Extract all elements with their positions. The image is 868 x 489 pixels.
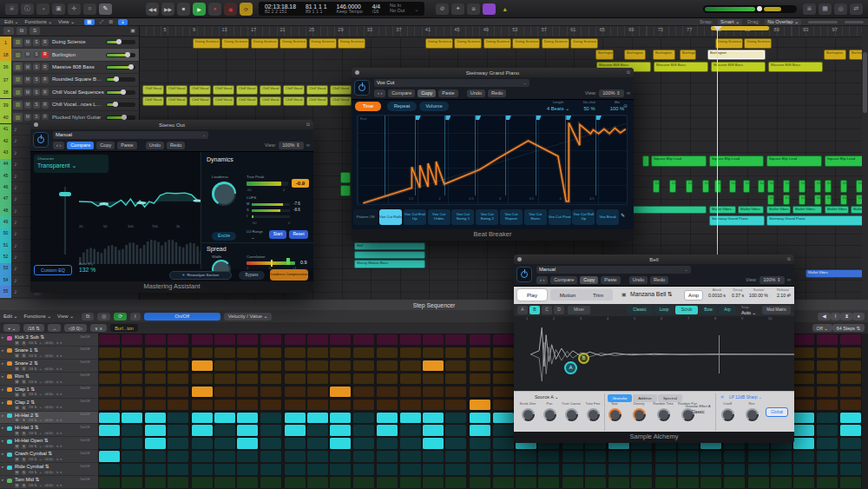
link-icon[interactable]: ⧉ [787,256,791,261]
region-cut[interactable]: Cut [783,195,790,205]
compare-button[interactable]: Compare [550,276,577,284]
region-mallet-vibes[interactable]: Mallet Vibes [738,206,764,214]
region-square-blip-lead[interactable]: Square Blip Lead [766,155,822,167]
env-value-decay[interactable]: 0.37 s [727,294,748,299]
region-cut[interactable]: Cut [799,180,806,193]
step-cell[interactable] [562,451,583,461]
region-chill-vocal[interactable]: Chill Vocal [260,96,281,107]
step-row-header-tom-mid[interactable]: ▸Tom Mid ⇅On/OffMS/16 ⇅+◁0 0▷∨ ∧ [0,476,98,489]
step-cell[interactable] [353,334,374,345]
cycle-button[interactable]: ⟳ [240,3,253,16]
volume-slider[interactable] [106,40,135,44]
mute-button[interactable]: M [24,102,31,109]
play-button[interactable]: ▶ [193,3,206,16]
step-cell[interactable] [423,477,444,487]
view-zoom-select[interactable]: 100% ⇕ [760,276,785,284]
step-cell[interactable] [285,451,306,461]
step-cell[interactable] [99,360,120,371]
step-cell[interactable] [470,373,490,384]
row-rotate[interactable]: ◁0 0▷ [44,471,54,474]
custom-eq-button[interactable]: Custom EQ [34,265,72,275]
reset-button[interactable]: Reset [289,230,308,239]
row-solo-button[interactable]: S [22,445,26,449]
step-cell[interactable] [192,334,213,345]
step-cell[interactable] [99,413,120,423]
toolbar-icon[interactable]: ▣ [52,3,65,15]
volume-slider[interactable] [106,53,135,57]
inspector-icon[interactable]: ⓘ [21,3,34,15]
region-mallet-vibes[interactable]: Mallet Vibes [792,206,822,214]
row-solo-button[interactable]: S [22,380,26,384]
paste-button[interactable]: Paste [117,142,136,149]
step-cell[interactable] [260,425,281,435]
lcd-display[interactable]: 02:13:18.1882 2 2 151 81 1 1 189 1 1 1 1… [259,2,424,16]
step-cell[interactable] [771,464,792,474]
volume-knob[interactable] [122,115,127,120]
step-cell[interactable] [353,451,374,461]
row-octave[interactable]: ∨ ∧ [56,341,62,345]
step-cell[interactable] [840,400,861,410]
disclosure-icon[interactable]: ▸ [2,452,3,456]
effect-value[interactable]: Classic [681,410,715,415]
row-octave[interactable]: ∨ ∧ [56,445,62,448]
pattern-button-1[interactable]: Vox Cut Rolls [379,209,402,225]
region-chill-vocal[interactable]: Chill Vocal [189,96,211,107]
row-name[interactable]: Snare 1 ⇅ [15,347,38,354]
disclosure-icon[interactable]: ▸ [2,465,3,469]
region-messy-motion-bass[interactable]: Messy Motion Bass [354,260,425,268]
step-cell[interactable] [353,347,374,358]
step-cell[interactable] [538,477,559,487]
step-row-header-crash-cymbal[interactable]: ▸Crash Cymbal ⇅On/OffMS/16 ⇅+◁0 0▷∨ ∧ [0,450,98,463]
step-cell[interactable] [470,347,490,358]
step-cell[interactable] [423,334,444,345]
row-mute-button[interactable]: M [15,341,19,346]
disclosure-icon[interactable]: ▸ [2,335,3,340]
mute-button[interactable]: M [24,39,31,46]
step-cell[interactable] [285,360,306,371]
power-button[interactable] [354,80,370,96]
region-burlington[interactable]: Burlington [680,50,696,60]
row-name[interactable]: Hi-Hat 3 ⇅ [15,425,39,431]
region-mallet-vibes[interactable]: Mallet Vibes [709,206,736,214]
mute-button[interactable]: M [24,76,31,83]
region-cut[interactable]: Cut [758,180,765,193]
step-cell[interactable] [585,464,606,474]
pattern-button-8[interactable]: Vox Cut Pivot [549,209,571,225]
undo-button[interactable]: Undo [629,276,648,284]
region-doing-science[interactable]: Doing Science [483,38,511,49]
step-cell[interactable] [330,477,351,487]
step-cell[interactable] [307,464,328,474]
step-cell[interactable] [377,438,398,448]
knob-tune-fine[interactable] [587,408,600,421]
motion-tab-arp[interactable]: Arp [719,306,736,314]
step-cell[interactable] [771,451,792,461]
region-doing-science[interactable]: Doing Science [542,38,569,49]
step-cell[interactable] [99,347,120,358]
step-cell[interactable] [122,347,142,358]
source-tab-b[interactable]: B [529,306,540,314]
marquee-tool-icon[interactable]: ⌗ [83,3,96,15]
row-rotate[interactable]: ◁0 0▷ [44,354,54,358]
step-cell[interactable] [608,464,629,474]
step-cell[interactable] [192,360,213,371]
step-cell[interactable] [330,334,351,345]
row-octave[interactable]: ∨ ∧ [56,380,62,384]
row-add[interactable]: + [40,393,42,396]
step-cell[interactable] [423,451,444,461]
step-cell[interactable] [168,387,188,397]
step-cell[interactable] [493,334,514,345]
step-cell[interactable] [817,373,838,384]
step-cell[interactable] [793,400,814,410]
step-cell[interactable] [700,451,721,461]
step-cell[interactable] [122,360,142,371]
step-cell[interactable] [748,477,769,487]
step-cell[interactable] [700,477,721,487]
tab-time[interactable]: Time [355,102,381,111]
disclosure-icon[interactable]: ▸ [2,387,3,392]
row-add[interactable]: + [40,419,42,422]
step-cell[interactable] [377,387,398,397]
close-icon[interactable] [34,122,38,127]
step-count-stepper[interactable]: 64 Steps ⇅ [832,324,865,332]
step-cell[interactable] [307,400,328,410]
redo-button[interactable]: Redo [488,89,506,97]
